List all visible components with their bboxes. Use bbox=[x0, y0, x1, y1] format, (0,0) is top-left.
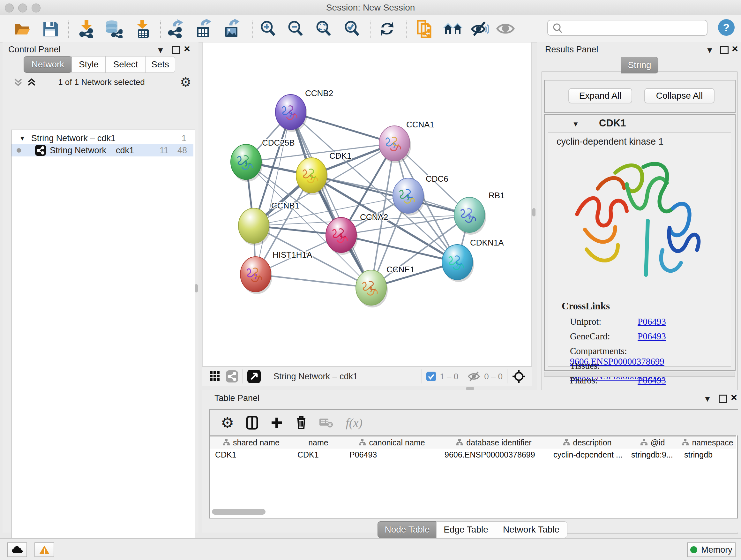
column-header-shared-name[interactable]: shared name bbox=[210, 436, 293, 449]
network-row-selected[interactable]: String Network – cdk1 11 48 bbox=[11, 144, 193, 157]
network-view-toolbar: String Network – cdk1 1 – 0 0 – 0 bbox=[202, 367, 532, 386]
close-panel-icon[interactable]: × bbox=[731, 394, 737, 400]
column-header-label: shared name bbox=[233, 438, 280, 447]
table-cell[interactable]: 9606.ENSP00000378699 bbox=[440, 449, 548, 461]
crosslink-label: Uniprot: bbox=[570, 316, 637, 327]
results-scrollbar[interactable] bbox=[544, 372, 735, 377]
collapse-all-button[interactable]: Collapse All bbox=[644, 88, 715, 104]
splitter-handle[interactable] bbox=[532, 208, 536, 216]
warnings-button[interactable] bbox=[35, 543, 54, 557]
splitter-handle[interactable] bbox=[466, 387, 474, 390]
export-network-icon[interactable] bbox=[165, 18, 186, 39]
column-type-icon bbox=[682, 439, 689, 446]
tab-select[interactable]: Select bbox=[105, 56, 146, 73]
toolbar-separator bbox=[243, 369, 243, 383]
panel-menu-icon[interactable]: ▼ bbox=[703, 394, 712, 404]
refresh-icon[interactable] bbox=[377, 18, 397, 39]
network-options-gear-icon[interactable]: ⚙ bbox=[180, 75, 192, 89]
node-count: 11 bbox=[159, 145, 169, 155]
import-network-file-icon[interactable] bbox=[76, 18, 97, 39]
show-annotations-icon[interactable] bbox=[495, 18, 516, 39]
delete-column-icon[interactable] bbox=[295, 415, 307, 430]
export-table-icon[interactable] bbox=[193, 18, 213, 39]
hidden-node-edge-counts: 0 – 0 bbox=[484, 372, 502, 381]
float-panel-icon[interactable] bbox=[172, 46, 180, 54]
panel-menu-icon[interactable]: ▼ bbox=[156, 45, 165, 55]
column-header-description[interactable]: description bbox=[548, 436, 626, 449]
tab-string[interactable]: String bbox=[621, 57, 658, 73]
table-cell[interactable]: stringdb:9... bbox=[626, 449, 679, 461]
tab-node-table[interactable]: Node Table bbox=[378, 521, 437, 538]
close-panel-icon[interactable]: × bbox=[732, 45, 738, 52]
control-panel-title: Control Panel bbox=[8, 45, 61, 55]
collapse-section-icon[interactable]: ▼ bbox=[572, 120, 579, 128]
hide-graphics-details-icon[interactable] bbox=[470, 18, 490, 39]
column-header-canonical-name[interactable]: canonical name bbox=[344, 436, 440, 449]
grid-view-icon[interactable] bbox=[210, 371, 220, 381]
column-header-namespace[interactable]: namespace bbox=[679, 436, 736, 449]
column-type-icon bbox=[223, 439, 230, 446]
crosslink-value-link[interactable]: P06493 bbox=[637, 331, 666, 341]
selected-checkbox-icon[interactable] bbox=[426, 372, 436, 381]
column-header-database-identifier[interactable]: database identifier bbox=[440, 436, 549, 449]
table-cell[interactable]: P06493 bbox=[344, 449, 440, 461]
zoom-out-icon[interactable] bbox=[285, 18, 306, 39]
export-image-icon[interactable] bbox=[221, 18, 242, 39]
toolbar-separator bbox=[68, 20, 69, 38]
table-cell[interactable]: CDK1 bbox=[292, 449, 344, 461]
expand-all-networks-icon[interactable] bbox=[26, 77, 37, 87]
import-network-database-icon[interactable] bbox=[103, 18, 124, 39]
memory-button[interactable]: Memory bbox=[687, 543, 736, 557]
add-column-icon[interactable] bbox=[270, 416, 283, 429]
home-icon[interactable] bbox=[443, 18, 463, 39]
table-cell[interactable]: cyclin-dependent ... bbox=[548, 449, 626, 461]
float-panel-icon[interactable] bbox=[720, 46, 729, 54]
tab-network-table[interactable]: Network Table bbox=[495, 521, 567, 538]
open-session-icon[interactable] bbox=[12, 18, 32, 39]
table-cell[interactable]: CDK1 bbox=[210, 449, 292, 461]
expand-collapse-bar: Expand All Collapse All bbox=[544, 80, 736, 113]
node-table[interactable]: shared namenamecanonical namedatabase id… bbox=[210, 435, 736, 493]
birdseye-view-toggle[interactable] bbox=[247, 370, 261, 383]
expand-all-button[interactable]: Expand All bbox=[568, 88, 632, 104]
collection-expander-icon[interactable]: ▼ bbox=[19, 135, 25, 142]
tab-network[interactable]: Network bbox=[23, 56, 72, 73]
table-cell[interactable]: stringdb bbox=[679, 449, 736, 461]
fit-selected-crosshair-icon[interactable] bbox=[512, 369, 526, 383]
zoom-fit-icon[interactable] bbox=[313, 18, 334, 39]
search-input[interactable] bbox=[565, 23, 707, 33]
network-collection-row[interactable]: ▼ String Network – cdk1 1 bbox=[11, 132, 193, 144]
collapse-all-networks-icon[interactable] bbox=[13, 77, 23, 87]
table-hscrollbar-thumb[interactable] bbox=[212, 509, 266, 515]
node-label-CCNB1: CCNB1 bbox=[271, 201, 299, 210]
network-canvas[interactable]: CCNB2CCNA1CDC25BCDK1CDC6RB1CCNB1CCNA2CDK… bbox=[202, 42, 532, 367]
tab-style[interactable]: Style bbox=[71, 56, 106, 73]
network-edge[interactable] bbox=[256, 274, 371, 288]
tab-edge-table[interactable]: Edge Table bbox=[436, 521, 495, 538]
zoom-in-icon[interactable] bbox=[258, 18, 278, 39]
network-edge[interactable] bbox=[291, 112, 371, 288]
table-options-gear-icon[interactable]: ⚙ bbox=[221, 414, 234, 431]
float-panel-icon[interactable] bbox=[719, 395, 727, 403]
edge-count: 48 bbox=[178, 145, 187, 155]
network-graph[interactable]: CCNB2CCNA1CDC25BCDK1CDC6RB1CCNB1CCNA2CDK… bbox=[203, 43, 531, 366]
close-panel-icon[interactable]: × bbox=[184, 45, 190, 52]
save-session-icon[interactable] bbox=[40, 18, 61, 39]
zoom-selected-icon[interactable] bbox=[342, 18, 362, 39]
import-table-file-icon[interactable] bbox=[132, 18, 153, 39]
toolbar-separator bbox=[370, 20, 371, 38]
column-header--id[interactable]: @id bbox=[626, 436, 679, 449]
toolbar-separator bbox=[507, 369, 508, 383]
help-button[interactable]: ? bbox=[718, 19, 735, 36]
new-network-from-selection-icon[interactable] bbox=[414, 18, 434, 39]
network-list: ▼ String Network – cdk1 1 String Network… bbox=[11, 130, 195, 560]
cloud-status-button[interactable] bbox=[7, 543, 27, 557]
current-network-name: String Network – cdk1 bbox=[273, 372, 358, 381]
column-header-name[interactable]: name bbox=[292, 436, 345, 449]
crosslink-value-link[interactable]: P06493 bbox=[637, 316, 666, 327]
tab-sets[interactable]: Sets bbox=[145, 56, 175, 73]
panel-menu-icon[interactable]: ▼ bbox=[705, 45, 714, 55]
network-node-CCNB1[interactable] bbox=[239, 208, 269, 243]
show-columns-icon[interactable] bbox=[246, 416, 258, 430]
splitter-handle[interactable] bbox=[195, 284, 198, 293]
